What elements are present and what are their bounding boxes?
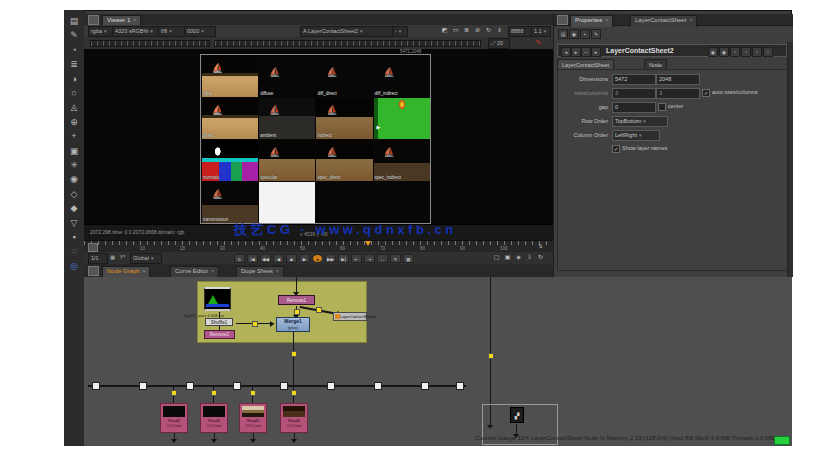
panel-pin-icon[interactable]: ▪: [580, 29, 590, 39]
timeline-lock-icon[interactable]: [88, 243, 98, 252]
goto-end-button[interactable]: ▶|: [338, 254, 349, 263]
prev-keyframe-button[interactable]: ⇤: [351, 254, 362, 263]
wipe-icon[interactable]: ◩: [440, 26, 449, 35]
bus-connector-5[interactable]: [327, 382, 335, 390]
bus-connector-8[interactable]: [456, 382, 464, 390]
frame-counter[interactable]: 8888: [508, 26, 532, 37]
play-fast-button[interactable]: ▶▶: [325, 254, 336, 263]
play-back-fast-button[interactable]: ◀◀: [260, 254, 271, 263]
timeline-fit-icon[interactable]: ⇅: [536, 242, 545, 251]
dot-node[interactable]: [291, 351, 297, 357]
layer-thumb-diff_direct[interactable]: ⛵diff_direct: [316, 56, 372, 97]
bus-connector-3[interactable]: [233, 382, 241, 390]
layer-thumb-3-2[interactable]: [316, 182, 372, 223]
header-action-button-1[interactable]: ◉: [719, 47, 729, 57]
drop-dot-0[interactable]: [171, 390, 177, 396]
dot-node[interactable]: [488, 353, 494, 359]
shuffle-node[interactable]: Shuffle1: [205, 318, 233, 326]
range-button[interactable]: ↔: [377, 254, 388, 263]
bus-connector-4[interactable]: [280, 382, 288, 390]
rows-field[interactable]: 3: [612, 88, 656, 99]
dimensions-height-field[interactable]: 2048: [656, 74, 700, 85]
header-action-button-2[interactable]: ▫: [730, 47, 740, 57]
dimensions-width-field[interactable]: 5472: [612, 74, 656, 85]
row-order-select[interactable]: TopBottom▾: [612, 116, 668, 127]
close-icon[interactable]: ×: [133, 17, 136, 23]
lock-icon[interactable]: ◈: [514, 253, 523, 262]
layer-thumb-transmission[interactable]: ⛵transmission: [202, 182, 258, 223]
annotate-pencil-icon[interactable]: ✎: [534, 38, 543, 47]
tab-properties[interactable]: Properties×: [570, 15, 613, 27]
roi-icon[interactable]: ⊘: [473, 26, 482, 35]
tile-icon[interactable]: ▣: [503, 253, 512, 262]
playhead-marker[interactable]: [365, 241, 371, 246]
fullscreen-icon[interactable]: ▢: [492, 253, 501, 262]
render-icon[interactable]: ◌: [67, 245, 81, 257]
close-icon[interactable]: ×: [605, 17, 608, 23]
layer-thumb-spec_indirect[interactable]: ⛵spec_indirect: [374, 140, 430, 181]
bus-connector-1[interactable]: [139, 382, 147, 390]
scrub-strip-left[interactable]: [90, 40, 210, 47]
layercontactsheet-node[interactable]: LayerContactSheet2: [333, 312, 367, 321]
draw-icon[interactable]: ✎: [67, 29, 81, 41]
layer-thumb-spec_direct[interactable]: ⛵spec_direct: [316, 140, 372, 181]
sync-icon[interactable]: ↻: [536, 253, 545, 262]
input-b-select[interactable]: -▾: [392, 26, 408, 37]
header-action-button-5[interactable]: ▫: [763, 47, 773, 57]
panel-list-icon[interactable]: ▤: [558, 29, 568, 39]
frame-list-button[interactable]: ≡: [390, 254, 401, 263]
layer-thumb-1-3[interactable]: ▶: [374, 98, 430, 139]
dot-node[interactable]: [316, 307, 322, 313]
read-node-Read3[interactable]: Read3####.exr: [200, 403, 228, 433]
other-icon[interactable]: ▪: [67, 231, 81, 243]
header-action-button-4[interactable]: ▫: [752, 47, 762, 57]
close-icon[interactable]: ×: [276, 268, 279, 274]
layer-thumb-normals[interactable]: normals: [202, 140, 258, 181]
pause-icon[interactable]: ‖: [495, 26, 504, 35]
next-keyframe-button[interactable]: ⇥: [364, 254, 375, 263]
header-action-button-3[interactable]: ▫: [741, 47, 751, 57]
layer-thumb-ambient[interactable]: ⛵ambient: [259, 98, 315, 139]
pane-menu-icon[interactable]: [88, 266, 99, 276]
goto-start-button[interactable]: |◀: [247, 254, 258, 263]
layer-thumb-3-3[interactable]: [374, 182, 430, 223]
pane-menu-icon[interactable]: [557, 15, 568, 25]
dot-node[interactable]: [294, 309, 300, 315]
layer-thumb-diff_indirect[interactable]: ⛵diff_indirect: [374, 56, 430, 97]
keyer-icon[interactable]: ◬: [67, 101, 81, 113]
channels-icon[interactable]: ≣: [462, 26, 471, 35]
toolsets-icon[interactable]: ▽: [67, 217, 81, 229]
float-window-icon[interactable]: ▭: [451, 26, 460, 35]
gap-field[interactable]: 0: [612, 102, 656, 113]
layer-thumb-direct[interactable]: ⛵direct: [202, 98, 258, 139]
3d-icon[interactable]: ▣: [67, 145, 81, 157]
close-icon[interactable]: ×: [689, 17, 692, 23]
header-nav-button-1[interactable]: ▸: [571, 47, 581, 57]
read-node-Read5[interactable]: Read5####.exr: [280, 403, 308, 433]
layer-thumb-diffuse[interactable]: ⛵diffuse: [259, 56, 315, 97]
play-back-button[interactable]: ◀: [273, 254, 284, 263]
deep-icon[interactable]: ◉: [67, 173, 81, 185]
current-frame-button[interactable]: ●: [312, 254, 323, 263]
viewer-dropdown-1[interactable]: 4320 sRGB%▾: [112, 26, 160, 37]
nuke-icon[interactable]: ◎: [67, 260, 81, 272]
header-nav-button-0[interactable]: ◂: [561, 47, 571, 57]
scrollbar[interactable]: [787, 42, 793, 277]
panel-node-icon[interactable]: ◉: [569, 29, 579, 39]
show-layer-names-checkbox[interactable]: ✓: [612, 145, 620, 153]
filter-icon[interactable]: ○: [67, 87, 81, 99]
pane-menu-icon[interactable]: [88, 15, 99, 25]
drop-dot-1[interactable]: [211, 390, 217, 396]
loop-button[interactable]: ↻: [234, 254, 245, 263]
drop-dot-2[interactable]: [250, 390, 256, 396]
read-node-Read2[interactable]: Read2####.exr: [160, 403, 188, 433]
transform-icon[interactable]: +: [67, 130, 81, 142]
drop-dot-3[interactable]: [291, 390, 297, 396]
remove-node-left[interactable]: Remove2: [204, 330, 235, 339]
center-checkbox[interactable]: [658, 103, 666, 111]
color-icon[interactable]: ◑: [67, 73, 81, 85]
merge-node[interactable]: Merge1 (plus): [276, 317, 310, 332]
layer-thumb-specular[interactable]: ⛵specular: [259, 140, 315, 181]
metadata-icon[interactable]: ◆: [67, 202, 81, 214]
column-order-select[interactable]: LeftRight▾: [612, 130, 660, 141]
